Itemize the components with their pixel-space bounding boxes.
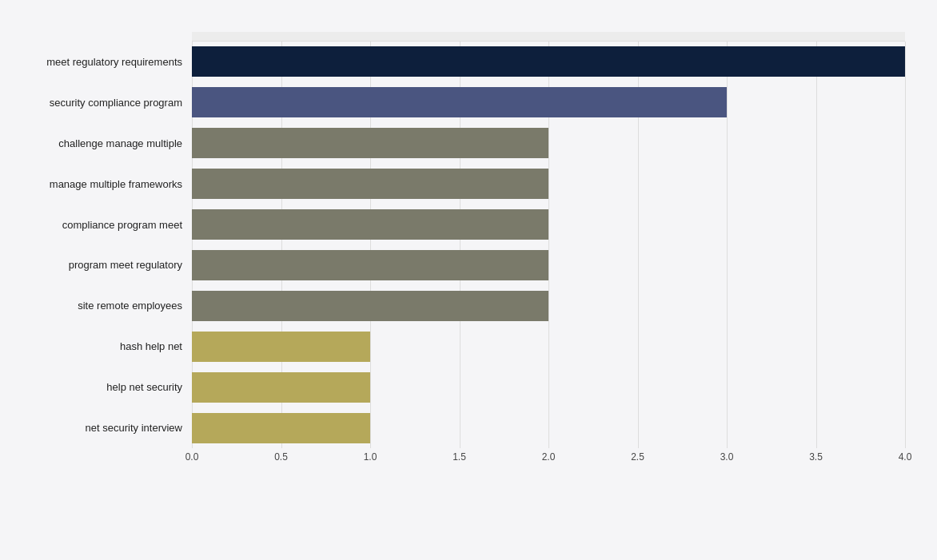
x-tick-8: 4.0 — [899, 451, 912, 463]
x-tick-5: 2.5 — [631, 451, 644, 463]
x-tick-4: 2.0 — [542, 451, 556, 463]
bar-fill-7 — [192, 332, 370, 362]
y-axis-labels: meet regulatory requirementssecurity com… — [8, 42, 192, 448]
y-label-0: meet regulatory requirements — [8, 42, 192, 82]
bar-row-9 — [192, 407, 905, 448]
bar-fill-4 — [192, 209, 548, 240]
bar-row-2 — [192, 123, 905, 164]
bar-fill-1 — [192, 87, 727, 117]
x-tick-3: 1.5 — [453, 451, 466, 463]
bar-row-5 — [192, 245, 905, 286]
bar-fill-6 — [192, 291, 548, 321]
y-label-2: challenge manage multiple — [8, 123, 192, 164]
bar-fill-2 — [192, 128, 548, 158]
bar-row-8 — [192, 367, 905, 407]
x-tick-6: 3.0 — [720, 451, 734, 463]
y-label-3: manage multiple frameworks — [8, 164, 192, 205]
y-label-4: compliance program meet — [8, 205, 192, 245]
x-tick-1: 0.5 — [274, 451, 288, 463]
x-tick-2: 1.0 — [364, 451, 377, 463]
top-border — [192, 32, 905, 42]
x-tick-0: 0.0 — [185, 451, 199, 463]
bar-row-0 — [192, 42, 905, 82]
y-label-8: help net security — [8, 367, 192, 407]
bar-row-1 — [192, 82, 905, 123]
bar-fill-9 — [192, 413, 370, 443]
bar-row-3 — [192, 164, 905, 205]
bar-fill-3 — [192, 169, 548, 199]
chart-container: meet regulatory requirementssecurity com… — [0, 0, 937, 560]
y-label-9: net security interview — [8, 407, 192, 448]
x-tick-7: 3.5 — [809, 451, 823, 463]
bar-row-7 — [192, 326, 905, 367]
chart-body: meet regulatory requirementssecurity com… — [8, 42, 905, 448]
grid-line-8 — [905, 42, 906, 448]
y-label-5: program meet regulatory — [8, 245, 192, 286]
bars-area — [192, 42, 905, 448]
bar-row-4 — [192, 205, 905, 245]
bar-fill-8 — [192, 372, 370, 403]
y-label-6: site remote employees — [8, 285, 192, 326]
y-label-1: security compliance program — [8, 82, 192, 123]
bar-fill-0 — [192, 46, 905, 77]
x-axis-ticks: 0.00.51.01.52.02.53.03.54.0 — [192, 448, 905, 472]
bar-row-6 — [192, 285, 905, 326]
y-label-7: hash help net — [8, 326, 192, 367]
bar-fill-5 — [192, 250, 548, 280]
